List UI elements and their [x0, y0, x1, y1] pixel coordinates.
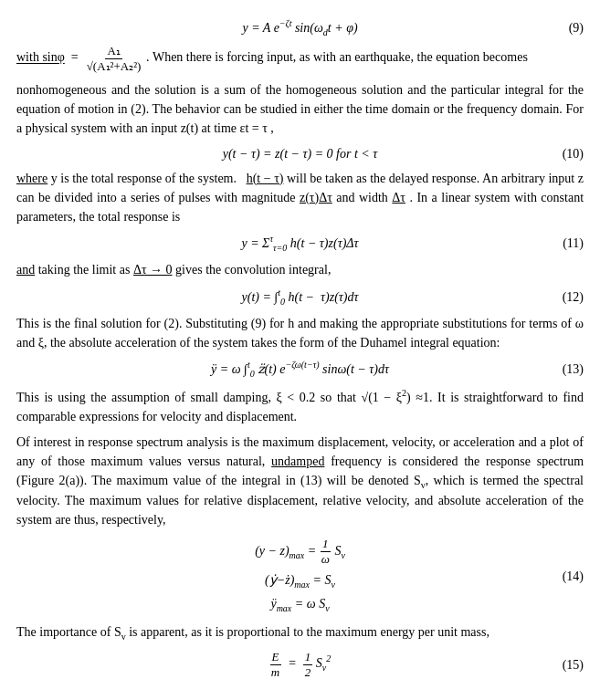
eq14-line3: ÿmax = ω Sv — [16, 594, 584, 615]
z-tau-label: z(τ)Δτ — [300, 191, 332, 204]
paragraph-response-spectrum: Of interest in response spectrum analysi… — [16, 433, 584, 530]
h-delayed-label: h(t − τ) — [247, 172, 284, 185]
equation-10-number: (10) — [547, 144, 584, 163]
equation-14-group: (y − z)max = 1 ω Sv (ẏ−ż)max = Sv ÿmax =… — [16, 537, 584, 615]
equation-12-number: (12) — [547, 287, 584, 307]
paragraph-sinphi: with sinφ = A₁ √(A₁²+A₂²) . When there i… — [16, 44, 584, 73]
eq10-text: y(t − τ) = z(t − τ) = 0 for t < τ — [223, 147, 378, 161]
eq11-text: y = Σττ=0 h(t − τ)z(τ)Δτ — [241, 236, 358, 250]
eq12-text: y(t) = ∫t0 h(t − τ)z(τ)dτ — [242, 290, 359, 304]
equation-9-number: (9) — [547, 18, 584, 37]
equation-13-content: ÿ = ω ∫t0 z̈(t) e−ζω(t−τ) sinω(t − τ)dτ — [16, 359, 584, 381]
delta-arrow-label: Δτ → 0 — [133, 263, 173, 277]
and-label: and — [16, 263, 35, 277]
paragraph-nonhomogeneous: nonhomogeneous and the solution is a sum… — [16, 80, 584, 138]
where-label: where — [16, 172, 47, 185]
paragraph-small-damping: This is using the assumption of small da… — [16, 386, 584, 426]
paragraph-and-taking: and taking the limit as Δτ → 0 gives the… — [16, 260, 584, 279]
equation-12-content: y(t) = ∫t0 h(t − τ)z(τ)dτ — [16, 286, 584, 308]
with-sinphi-label: with sinφ — [16, 51, 65, 65]
equation-9-row: y = A e−ζt sin(ωdt + φ) (9) — [16, 16, 584, 38]
equation-11-number: (11) — [547, 234, 584, 253]
equation-12-row: y(t) = ∫t0 h(t − τ)z(τ)dτ (12) — [16, 286, 584, 308]
equation-15-row: E m = 1 2 Sv2 (15) — [16, 650, 584, 679]
paragraph-final-solution: This is the final solution for (2). Subs… — [16, 314, 584, 352]
equation-15-number: (15) — [547, 655, 584, 674]
undamped-label: undamped — [271, 454, 324, 468]
equation-10-row: y(t − τ) = z(t − τ) = 0 for t < τ (10) — [16, 144, 584, 163]
eq14-line2: (ẏ−ż)max = Sv — [16, 570, 584, 591]
equation-10-content: y(t − τ) = z(t − τ) = 0 for t < τ — [16, 144, 584, 163]
equation-9-content: y = A e−ζt sin(ωdt + φ) — [16, 16, 584, 38]
equation-11-content: y = Σττ=0 h(t − τ)z(τ)Δτ — [16, 233, 584, 255]
delta-tau-label: Δτ — [392, 191, 405, 204]
paragraph-importance-sv: The importance of Sv is apparent, as it … — [16, 622, 584, 643]
equation-15-content: E m = 1 2 Sv2 — [16, 650, 584, 679]
equation-14-number: (14) — [563, 567, 584, 586]
eq14-line1: (y − z)max = 1 ω Sv — [16, 537, 584, 566]
eq13-text: ÿ = ω ∫t0 z̈(t) e−ζω(t−τ) sinω(t − τ)dτ — [211, 362, 389, 376]
paragraph-where-y: where y is the total response of the sys… — [16, 169, 584, 226]
equation-13-number: (13) — [547, 360, 584, 379]
eq9-text: y = A e−ζt sin(ωdt + φ) — [242, 21, 357, 35]
p1-post: . When there is forcing input, as with a… — [146, 51, 528, 65]
equation-11-row: y = Σττ=0 h(t − τ)z(τ)Δτ (11) — [16, 233, 584, 255]
eq15-text: E m = 1 2 Sv2 — [269, 656, 331, 670]
equation-13-row: ÿ = ω ∫t0 z̈(t) e−ζω(t−τ) sinω(t − τ)dτ … — [16, 359, 584, 381]
fraction-a1: A₁ √(A₁²+A₂²) — [85, 44, 143, 73]
